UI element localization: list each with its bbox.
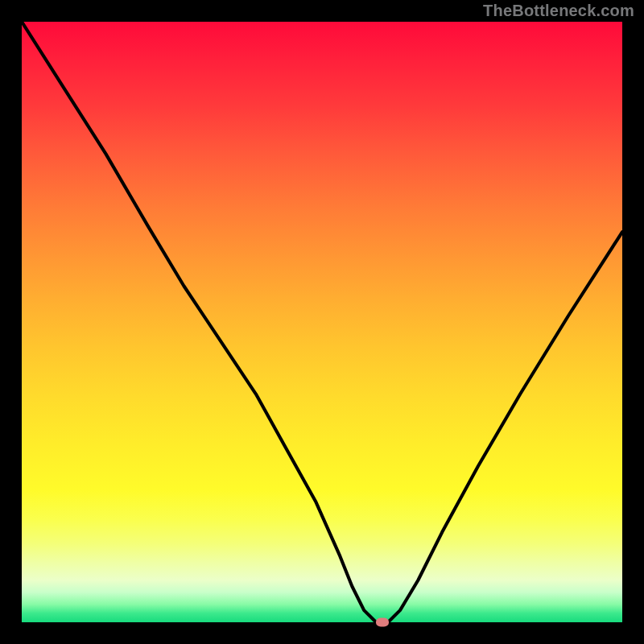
plot-area — [22, 22, 622, 622]
bottleneck-curve — [22, 22, 622, 622]
optimum-marker — [376, 618, 389, 627]
chart-frame: TheBottleneck.com — [0, 0, 644, 644]
curve-path — [22, 22, 622, 622]
attribution-label: TheBottleneck.com — [483, 2, 634, 20]
